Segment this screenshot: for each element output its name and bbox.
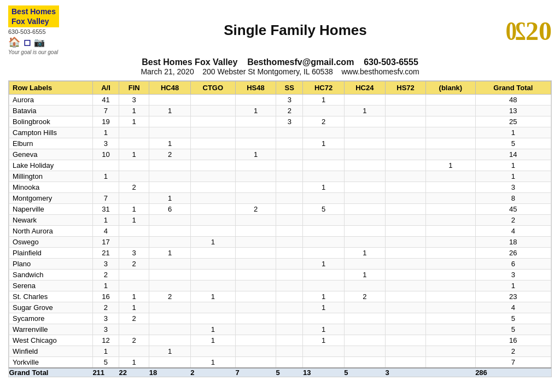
cell-5-2: 1 bbox=[119, 149, 149, 160]
col-header-9: HS72 bbox=[386, 81, 426, 95]
cell-19-6 bbox=[276, 302, 303, 313]
cell-5-1: 10 bbox=[92, 149, 119, 160]
cell-24-3 bbox=[149, 357, 190, 368]
cell-18-2: 1 bbox=[119, 291, 149, 302]
cell-10-11: 45 bbox=[475, 204, 551, 215]
cell-12-6 bbox=[276, 226, 303, 237]
cell-1-3: 1 bbox=[149, 106, 190, 116]
cell-21-1: 3 bbox=[92, 324, 119, 335]
cell-9-8 bbox=[344, 193, 385, 204]
cell-9-3: 1 bbox=[149, 193, 190, 204]
cell-20-8 bbox=[344, 313, 385, 324]
cell-18-0: St. Charles bbox=[9, 291, 93, 302]
sub-website: www.besthomesfv.com bbox=[341, 67, 419, 76]
cell-12-8 bbox=[344, 226, 385, 237]
footer-cell-1: 211 bbox=[92, 368, 119, 377]
cell-20-4 bbox=[190, 313, 235, 324]
cell-11-1: 1 bbox=[92, 215, 119, 226]
cell-2-3 bbox=[149, 116, 190, 127]
cell-0-6: 3 bbox=[276, 95, 303, 106]
cell-4-5 bbox=[235, 138, 276, 149]
table-row: Oswego17118 bbox=[9, 237, 551, 248]
cell-9-10 bbox=[426, 193, 476, 204]
cell-5-10 bbox=[426, 149, 476, 160]
cell-20-9 bbox=[386, 313, 426, 324]
cell-11-2: 1 bbox=[119, 215, 149, 226]
cell-9-4 bbox=[190, 193, 235, 204]
sub-email: Besthomesfv@gmail.com bbox=[247, 57, 354, 67]
table-row: Batavia71112113 bbox=[9, 106, 551, 116]
cell-19-1: 2 bbox=[92, 302, 119, 313]
cell-22-10 bbox=[426, 335, 476, 346]
cell-14-10 bbox=[426, 248, 476, 259]
logo-icons-row: 🏠 ◻ 📷 bbox=[8, 36, 45, 48]
subheader: Best Homes Fox Valley Besthomesfv@gmail.… bbox=[8, 57, 552, 76]
table-row: Naperville31162545 bbox=[9, 204, 551, 215]
footer-cell-10 bbox=[426, 368, 476, 377]
cell-13-3 bbox=[149, 237, 190, 248]
cell-17-1: 1 bbox=[92, 280, 119, 291]
cell-18-10 bbox=[426, 291, 476, 302]
cell-17-8 bbox=[344, 280, 385, 291]
cell-3-0: Campton Hills bbox=[9, 127, 93, 138]
cell-2-6: 3 bbox=[276, 116, 303, 127]
cell-2-2: 1 bbox=[119, 116, 149, 127]
cell-15-6 bbox=[276, 259, 303, 270]
cell-0-11: 48 bbox=[475, 95, 551, 106]
cell-9-11: 8 bbox=[475, 193, 551, 204]
cell-7-2 bbox=[119, 171, 149, 182]
cell-3-2 bbox=[119, 127, 149, 138]
year-display: 2020 bbox=[506, 16, 552, 45]
cell-1-9 bbox=[386, 106, 426, 116]
cell-17-11: 1 bbox=[475, 280, 551, 291]
cell-15-7: 1 bbox=[303, 259, 344, 270]
cell-1-1: 7 bbox=[92, 106, 119, 116]
cell-7-8 bbox=[344, 171, 385, 182]
cell-12-2 bbox=[119, 226, 149, 237]
cell-22-7: 1 bbox=[303, 335, 344, 346]
cell-3-4 bbox=[190, 127, 235, 138]
cell-14-9 bbox=[386, 248, 426, 259]
logo-line2: Fox Valley bbox=[11, 17, 49, 26]
cell-13-11: 18 bbox=[475, 237, 551, 248]
cell-23-6 bbox=[276, 346, 303, 357]
cell-2-10 bbox=[426, 116, 476, 127]
cell-7-7 bbox=[303, 171, 344, 182]
table-row: North Aurora44 bbox=[9, 226, 551, 237]
cell-5-3: 2 bbox=[149, 149, 190, 160]
cell-17-0: Serena bbox=[9, 280, 93, 291]
cell-4-10 bbox=[426, 138, 476, 149]
cell-21-3 bbox=[149, 324, 190, 335]
cell-11-7 bbox=[303, 215, 344, 226]
cell-2-4 bbox=[190, 116, 235, 127]
cell-4-9 bbox=[386, 138, 426, 149]
cell-16-5 bbox=[235, 270, 276, 280]
cell-10-7: 5 bbox=[303, 204, 344, 215]
cell-0-10 bbox=[426, 95, 476, 106]
cell-19-9 bbox=[386, 302, 426, 313]
cell-19-8 bbox=[344, 302, 385, 313]
cell-23-3: 1 bbox=[149, 346, 190, 357]
cell-22-1: 12 bbox=[92, 335, 119, 346]
cell-20-0: Sycamore bbox=[9, 313, 93, 324]
cell-22-6 bbox=[276, 335, 303, 346]
cell-18-5 bbox=[235, 291, 276, 302]
footer-cell-6: 5 bbox=[276, 368, 303, 377]
cell-4-7: 1 bbox=[303, 138, 344, 149]
cell-15-9 bbox=[386, 259, 426, 270]
cell-8-7: 1 bbox=[303, 182, 344, 193]
cell-24-11: 7 bbox=[475, 357, 551, 368]
cell-9-9 bbox=[386, 193, 426, 204]
footer-cell-11: 286 bbox=[475, 368, 551, 377]
logo-icons: 630-503-6555 bbox=[8, 28, 46, 35]
cell-5-9 bbox=[386, 149, 426, 160]
cell-24-4: 1 bbox=[190, 357, 235, 368]
cell-14-0: Plainfield bbox=[9, 248, 93, 259]
cell-9-2 bbox=[119, 193, 149, 204]
cell-5-5: 1 bbox=[235, 149, 276, 160]
cell-13-6 bbox=[276, 237, 303, 248]
cell-13-7 bbox=[303, 237, 344, 248]
cell-19-7: 1 bbox=[303, 302, 344, 313]
cell-13-5 bbox=[235, 237, 276, 248]
cell-4-8 bbox=[344, 138, 385, 149]
